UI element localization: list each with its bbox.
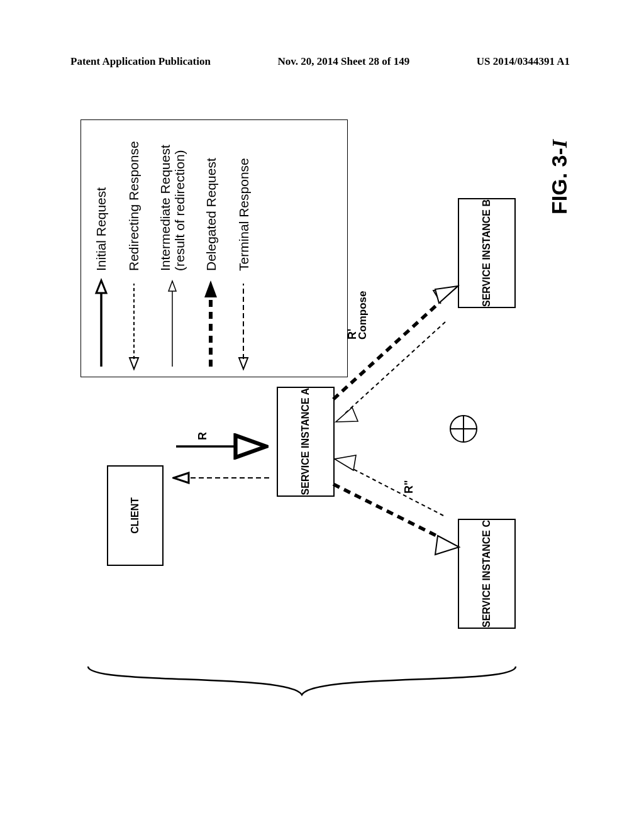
svg-marker-7 — [204, 280, 217, 297]
figure-area: FIG. 3-I Initial Request Redirecting Res… — [69, 145, 572, 660]
header-right: US 2014/0344391 A1 — [477, 55, 570, 68]
legend-row: Terminal Response — [223, 120, 256, 377]
terminal-response-icon — [235, 277, 252, 372]
service-instance-c-box: SERVICE INSTANCE C — [458, 519, 516, 629]
r-label: R — [196, 432, 209, 440]
arrowhead-ac — [435, 536, 459, 555]
response-ca — [346, 465, 443, 516]
redirecting-response-icon — [125, 277, 143, 372]
svg-marker-12 — [426, 292, 449, 308]
compose-operator-icon — [450, 415, 477, 443]
header-left: Patent Application Publication — [70, 55, 211, 68]
legend-box: Initial Request Redirecting Response Int… — [80, 119, 348, 377]
legend-row: Delegated Request — [191, 120, 223, 377]
legend-row: Intermediate Request (result of redirect… — [147, 120, 191, 377]
client-label: CLIENT — [129, 497, 142, 534]
arrowhead-ba — [336, 407, 358, 422]
service-a-label: SERVICE INSTANCE A — [299, 388, 313, 495]
figure-title: FIG. 3-I — [547, 140, 572, 214]
service-instance-b-box: SERVICE INSTANCE B — [458, 198, 516, 308]
legend-row: Initial Request — [81, 120, 114, 377]
initial-request-icon — [92, 277, 110, 372]
arrowhead-ca — [335, 455, 356, 470]
intermediate-request-icon — [164, 277, 181, 372]
legend-label: Redirecting Response — [126, 125, 141, 271]
header-center: Nov. 20, 2014 Sheet 28 of 149 — [277, 55, 409, 68]
svg-marker-11 — [433, 288, 456, 302]
delegated-request-icon — [202, 277, 219, 372]
service-instance-a-box: SERVICE INSTANCE A — [277, 387, 335, 497]
svg-marker-3 — [130, 358, 138, 369]
figure-title-prefix: FIG. 3- — [547, 148, 571, 214]
arrowhead-ab — [435, 286, 458, 303]
legend-label: Intermediate Request (result of redirect… — [158, 125, 187, 271]
legend-label: Delegated Request — [204, 125, 218, 271]
svg-marker-1 — [96, 280, 106, 293]
delegated-ab — [333, 288, 456, 399]
r-double-prime-label: R" — [402, 480, 416, 494]
figure-title-suffix: I — [548, 140, 571, 148]
delegated-ac — [333, 484, 440, 538]
curly-brace-icon — [82, 660, 522, 704]
svg-line-13 — [333, 484, 440, 538]
service-c-label: SERVICE INSTANCE C — [480, 520, 494, 628]
svg-line-10 — [333, 302, 440, 399]
svg-marker-5 — [169, 281, 176, 291]
client-box: CLIENT — [107, 465, 164, 566]
legend-label: Initial Request — [94, 125, 108, 271]
compose-label: Compose — [357, 291, 369, 340]
legend-label: Terminal Response — [236, 125, 251, 271]
legend-row: Redirecting Response — [114, 120, 147, 377]
service-b-label: SERVICE INSTANCE B — [480, 199, 494, 307]
svg-marker-9 — [239, 358, 248, 369]
